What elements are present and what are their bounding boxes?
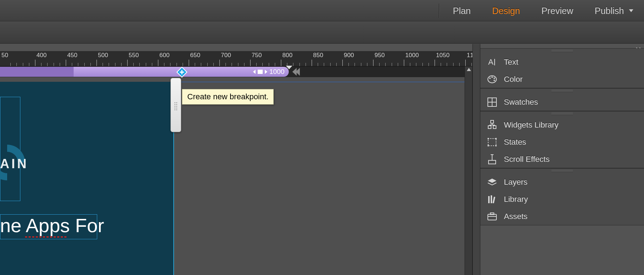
horizontal-ruler[interactable]: 5040045050055060065070075080085090095010… [0, 51, 472, 66]
grip-lines-icon [551, 113, 573, 115]
panel-grip[interactable] [480, 49, 644, 54]
breakpoint-bar[interactable]: 1000 [0, 66, 472, 77]
page-width-handle[interactable] [170, 78, 181, 132]
panel-swatches[interactable]: Swatches [480, 94, 644, 111]
panel-label: Scroll Effects [504, 155, 550, 164]
right-panel-dock: ▸▸ ATextColorSwatchesWidgets LibraryStat… [472, 44, 644, 275]
svg-rect-20 [488, 139, 496, 146]
panel-group: Swatches [480, 88, 644, 111]
breakpoint-scrubber[interactable] [292, 68, 299, 76]
logo-text-fragment[interactable]: AIN [0, 156, 29, 171]
svg-point-21 [487, 138, 489, 139]
scroll-up-arrow-icon [467, 68, 471, 71]
palette-icon [487, 74, 497, 85]
grip-lines-icon [551, 50, 573, 52]
breakpoint-width-value: 1000 [269, 68, 284, 76]
grip-lines-icon [551, 170, 573, 172]
panel-assets[interactable]: Assets [480, 208, 644, 225]
breakpoint-range-inactive [0, 67, 74, 77]
panel-label: States [504, 138, 526, 147]
scroll-icon [487, 154, 497, 165]
nav-preview[interactable]: Preview [531, 6, 584, 16]
layers-icon [487, 177, 497, 188]
app-topbar: Plan Design Preview Publish [0, 0, 644, 21]
svg-rect-32 [488, 214, 496, 220]
svg-rect-13 [491, 120, 494, 123]
vertical-scrollbar[interactable] [465, 66, 472, 275]
panel-label: Swatches [504, 98, 538, 107]
svg-rect-2 [180, 72, 184, 73]
svg-point-7 [491, 76, 493, 78]
spellcheck-underline [25, 236, 67, 238]
mode-switcher: Plan Design Preview Publish [439, 0, 644, 21]
panel-grip[interactable] [480, 111, 644, 116]
svg-point-24 [495, 145, 497, 146]
grip-lines-icon [551, 90, 573, 92]
panel-grip[interactable] [480, 169, 644, 174]
states-icon [487, 137, 497, 148]
svg-rect-29 [488, 196, 490, 203]
panel-label: Layers [504, 178, 527, 187]
swatches-icon [487, 97, 497, 108]
nav-publish[interactable]: Publish [584, 6, 644, 16]
panel-label: Assets [504, 212, 527, 221]
options-bar [0, 21, 644, 44]
nav-plan[interactable]: Plan [442, 6, 481, 16]
svg-point-23 [487, 145, 489, 146]
panel-text[interactable]: AText [480, 54, 644, 71]
add-breakpoint-button[interactable] [176, 66, 188, 78]
widgets-icon [487, 120, 497, 130]
panel-library[interactable]: Library [480, 191, 644, 208]
page-icon [258, 70, 263, 74]
svg-text:A: A [488, 58, 494, 66]
panel-label: Library [504, 195, 528, 204]
chevron-left-icon [296, 68, 300, 76]
panel-grip[interactable] [480, 89, 644, 94]
svg-point-9 [494, 80, 495, 81]
separator [439, 4, 439, 18]
panel-label: Widgets Library [504, 120, 559, 130]
panel-label: Text [504, 58, 518, 67]
svg-point-6 [489, 78, 491, 79]
panel-group: LayersLibraryAssets [480, 168, 644, 225]
panel-layers[interactable]: Layers [480, 174, 644, 191]
panel-scroll-effects[interactable]: Scroll Effects [480, 151, 644, 168]
tooltip: Create new breakpoint. [182, 89, 274, 105]
svg-marker-28 [488, 179, 496, 183]
breakpoint-width-indicator[interactable]: 1000 [253, 68, 284, 76]
headline-text[interactable]: ne Apps For [0, 214, 104, 236]
triangle-right-icon [265, 70, 267, 74]
panel-group: ATextColor [480, 48, 644, 88]
chevron-down-icon [629, 9, 633, 12]
svg-rect-31 [492, 197, 495, 203]
text-icon: A [487, 57, 497, 68]
panel-widgets-library[interactable]: Widgets Library [480, 116, 644, 134]
svg-rect-26 [489, 160, 496, 164]
panel-group: Widgets LibraryStatesScroll Effects [480, 111, 644, 168]
svg-rect-15 [493, 126, 496, 129]
library-icon [487, 194, 497, 205]
breakpoint-edge-marker[interactable] [286, 66, 292, 69]
svg-rect-33 [490, 213, 494, 215]
triangle-left-icon [253, 70, 256, 74]
nav-design[interactable]: Design [481, 6, 531, 16]
panel-color[interactable]: Color [480, 71, 644, 88]
assets-icon [487, 211, 497, 222]
svg-rect-30 [491, 195, 492, 203]
dock-edge[interactable] [472, 44, 480, 275]
nav-publish-label: Publish [595, 6, 624, 16]
svg-point-8 [494, 78, 495, 79]
svg-point-22 [495, 138, 497, 139]
svg-rect-14 [488, 126, 491, 129]
panel-states[interactable]: States [480, 134, 644, 151]
grip-dots-icon [174, 102, 178, 110]
panel-label: Color [504, 75, 523, 84]
